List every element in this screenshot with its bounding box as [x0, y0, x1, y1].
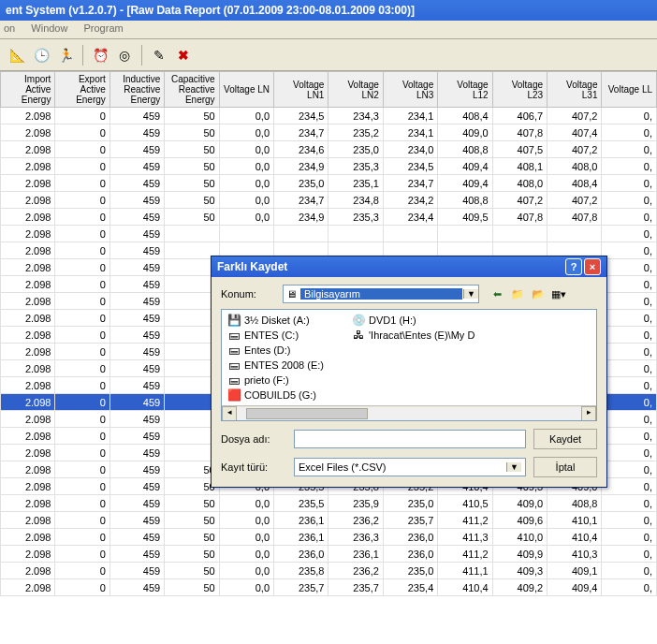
cell: 236,2 [328, 563, 383, 579]
filetype-select[interactable]: Excel Files (*.CSV) ▼ [294, 458, 526, 476]
cell: 409,6 [492, 512, 547, 529]
drive-label: COBUILD5 (G:) [244, 389, 316, 401]
table-row[interactable]: 2.09804590, [1, 226, 657, 242]
scroll-thumb[interactable] [246, 408, 368, 419]
close-button[interactable]: × [584, 258, 601, 275]
cell: 2.098 [1, 310, 55, 327]
delete-icon[interactable]: ✖ [172, 44, 195, 66]
column-header[interactable]: Inductive Reactive Energy [110, 72, 164, 108]
scroll-right-icon[interactable]: ▸ [581, 406, 596, 421]
horizontal-scrollbar[interactable]: ◂ ▸ [222, 405, 596, 420]
save-button[interactable]: Kaydet [533, 429, 597, 449]
cell: 2.098 [1, 158, 55, 175]
table-row[interactable]: 2.0980459500,0234,7235,2234,1409,0407,84… [1, 124, 657, 141]
new-folder-icon[interactable]: 📂 [530, 288, 547, 300]
clock-icon[interactable]: 🕒 [30, 44, 52, 66]
column-header[interactable]: Capacitive Reactive Energy [165, 72, 219, 108]
dialog-title: Farklı Kaydet [217, 260, 287, 273]
cell: 236,1 [274, 512, 328, 529]
cell: 0, [602, 512, 657, 529]
drive-item[interactable]: 💿DVD1 (H:) [352, 314, 474, 327]
column-header[interactable]: Voltage LN2 [328, 72, 383, 108]
column-header[interactable]: Voltage L31 [548, 72, 602, 108]
table-row[interactable]: 2.0980459500,0235,7235,7235,4410,4409,24… [1, 579, 657, 596]
cell: 409,3 [492, 563, 547, 579]
cell: 2.098 [1, 276, 55, 293]
chevron-down-icon[interactable]: ▼ [506, 462, 521, 472]
table-row[interactable]: 2.0980459500,0235,5235,9235,0410,5409,04… [1, 495, 657, 512]
drive-item[interactable]: 🖧'Ihracat\Entes (E)\My D [352, 329, 474, 342]
column-header[interactable]: Voltage LN3 [383, 72, 437, 108]
cell: 0 [55, 478, 110, 495]
cell: 0 [55, 529, 110, 546]
drive-item[interactable]: 🖴prieto (F:) [227, 373, 324, 387]
table-row[interactable]: 2.0980459500,0235,0235,1234,7409,4408,04… [1, 175, 657, 192]
cell: 459 [110, 512, 164, 529]
cell: 0 [55, 579, 110, 596]
cell: 0 [55, 141, 110, 158]
cell: 2.098 [1, 192, 55, 209]
up-folder-icon[interactable]: 📁 [509, 288, 526, 300]
drive-item[interactable]: 💾3½ Disket (A:) [227, 314, 324, 327]
cell: 236,2 [328, 512, 383, 529]
back-icon[interactable]: ⬅ [489, 288, 505, 300]
cell: 2.098 [1, 141, 55, 158]
run-icon[interactable]: 🏃 [54, 44, 77, 66]
drive-item[interactable]: 🖴ENTES (C:) [227, 329, 324, 342]
column-header[interactable]: Voltage L23 [492, 72, 547, 108]
tool-icon-1[interactable]: 📐 [6, 44, 28, 66]
drive-label: DVD1 (H:) [369, 315, 416, 326]
cell: 234,5 [274, 108, 328, 124]
cancel-button[interactable]: İptal [533, 457, 597, 477]
column-header[interactable]: Voltage LN1 [274, 72, 328, 108]
location-combo[interactable]: 🖥 Bilgisayarım ▼ [283, 285, 479, 303]
column-header[interactable]: Import Active Energy [1, 72, 55, 108]
drive-item[interactable]: 🟥COBUILD5 (G:) [227, 388, 324, 402]
alarm-icon[interactable]: ⏰ [89, 44, 111, 66]
scroll-left-icon[interactable]: ◂ [222, 406, 237, 421]
table-row[interactable]: 2.0980459500,0236,1236,2235,7411,2409,64… [1, 512, 657, 529]
cell: 409,4 [548, 579, 602, 596]
table-row[interactable]: 2.0980459500,0234,5234,3234,1408,4406,74… [1, 108, 657, 124]
column-header[interactable]: Voltage LL [602, 72, 657, 108]
cell: 0, [602, 546, 657, 563]
cell: 234,6 [274, 141, 328, 158]
drive-item[interactable]: 🖴ENTES 2008 (E:) [227, 359, 324, 372]
menu-on[interactable]: on [4, 22, 15, 34]
chevron-down-icon[interactable]: ▼ [463, 289, 478, 299]
filename-input[interactable] [294, 430, 526, 448]
drive-item[interactable]: 🖴Entes (D:) [227, 344, 324, 357]
table-row[interactable]: 2.0980459500,0234,9235,3234,4409,5407,84… [1, 209, 657, 226]
cell: 459 [110, 293, 164, 310]
table-row[interactable]: 2.0980459500,0235,8236,2235,0411,1409,34… [1, 563, 657, 579]
menu-program[interactable]: Program [84, 22, 124, 34]
cell: 50 [165, 108, 219, 124]
cell: 235,7 [383, 512, 437, 529]
cell: 409,1 [548, 563, 602, 579]
table-row[interactable]: 2.0980459500,0234,6235,0234,0408,8407,54… [1, 141, 657, 158]
menu-window[interactable]: Window [31, 22, 67, 34]
column-header[interactable]: Voltage L12 [438, 72, 492, 108]
drive-list[interactable]: 💾3½ Disket (A:)🖴ENTES (C:)🖴Entes (D:)🖴EN… [221, 309, 597, 421]
column-header[interactable]: Export Active Energy [55, 72, 110, 108]
toolbar-divider [82, 45, 83, 66]
help-button[interactable]: ? [565, 258, 582, 275]
cell: 0, [602, 259, 657, 276]
view-menu-icon[interactable]: ▦▾ [550, 288, 567, 300]
main-title-bar: ent System (v1.2.0.7) - [Raw Data Report… [0, 0, 657, 21]
cell: 459 [110, 428, 164, 445]
menu-bar: on Window Program [0, 21, 657, 39]
target-icon[interactable]: ◎ [113, 44, 136, 66]
drive-icon: 💿 [352, 314, 365, 327]
table-row[interactable]: 2.0980459500,0236,1236,3236,0411,3410,04… [1, 529, 657, 546]
cell: 2.098 [1, 108, 55, 124]
table-row[interactable]: 2.0980459500,0234,9235,3234,5409,4408,14… [1, 158, 657, 175]
table-row[interactable]: 2.0980459500,0234,7234,8234,2408,8407,24… [1, 192, 657, 209]
column-header[interactable]: Voltage LN [219, 72, 273, 108]
cell: 459 [110, 192, 164, 209]
cell: 50 [165, 512, 219, 529]
edit-icon[interactable]: ✎ [148, 44, 170, 66]
table-row[interactable]: 2.0980459500,0236,0236,1236,0411,2409,94… [1, 546, 657, 563]
dialog-title-bar[interactable]: Farklı Kaydet ? × [212, 256, 606, 277]
cell: 409,0 [492, 495, 547, 512]
